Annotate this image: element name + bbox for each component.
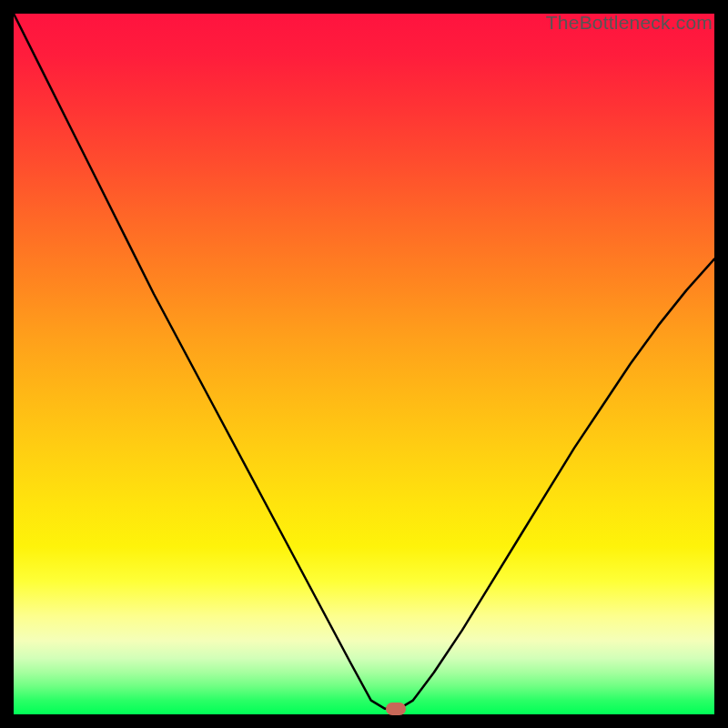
chart-canvas: TheBottleneck.com bbox=[0, 0, 728, 728]
optimal-marker bbox=[386, 703, 406, 715]
bottleneck-curve bbox=[14, 14, 714, 714]
plot-area: TheBottleneck.com bbox=[14, 14, 714, 714]
watermark-text: TheBottleneck.com bbox=[546, 12, 713, 34]
